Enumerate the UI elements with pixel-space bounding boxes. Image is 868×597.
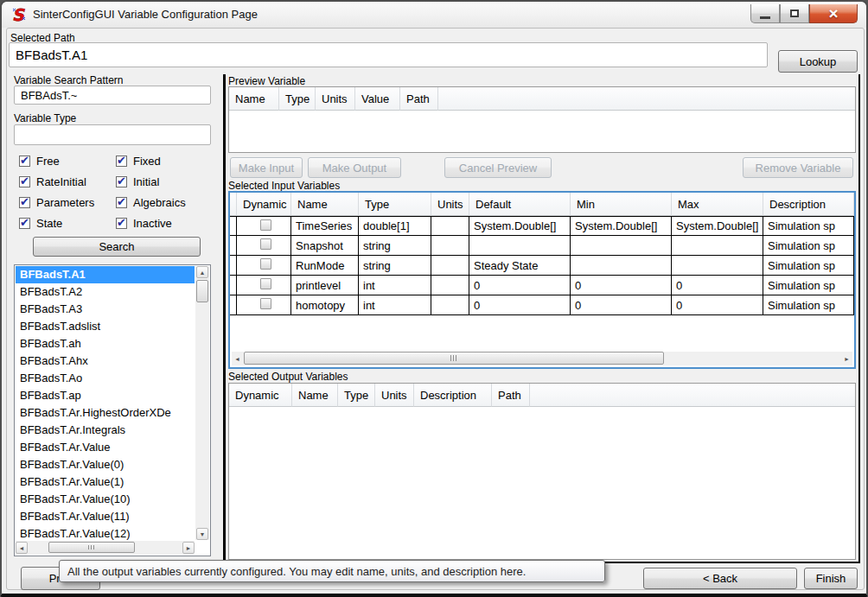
- lookup-button[interactable]: Lookup: [778, 50, 858, 73]
- dynamic-checkbox[interactable]: [260, 278, 271, 289]
- list-item[interactable]: BFBadsT.adslist: [16, 318, 195, 335]
- filter-rateinitial[interactable]: ✔RateInitial: [19, 171, 116, 192]
- search-button[interactable]: Search: [33, 237, 201, 257]
- list-horizontal-scrollbar[interactable]: ◄ ►: [16, 541, 195, 555]
- dynamic-checkbox[interactable]: [260, 238, 271, 250]
- horizontal-scroll-thumb[interactable]: [244, 352, 664, 365]
- description-cell[interactable]: Simulation sp: [763, 256, 854, 276]
- description-cell[interactable]: Simulation sp: [763, 295, 854, 315]
- checkbox-inactive[interactable]: ✔: [116, 218, 127, 229]
- column-header-name[interactable]: Name: [291, 193, 359, 216]
- list-item[interactable]: BFBadsT.Ar.Value: [16, 439, 195, 456]
- list-item[interactable]: BFBadsT.Ahx: [16, 352, 195, 370]
- scroll-down-icon[interactable]: ▼: [196, 528, 208, 540]
- dynamic-checkbox[interactable]: [260, 219, 271, 231]
- units-cell[interactable]: [431, 236, 469, 256]
- row-header[interactable]: [230, 276, 237, 295]
- column-header-path[interactable]: Path: [400, 87, 438, 111]
- min-cell[interactable]: [571, 256, 672, 276]
- column-header-type[interactable]: Type: [338, 384, 375, 407]
- list-item[interactable]: BFBadsT.Ar.Value(1): [16, 473, 195, 491]
- filter-free[interactable]: ✔Free: [19, 150, 116, 171]
- dynamic-checkbox[interactable]: [260, 258, 271, 270]
- list-item[interactable]: BFBadsT.Ar.Integrals: [16, 422, 195, 439]
- max-cell[interactable]: [672, 256, 763, 276]
- minimize-button[interactable]: [750, 4, 780, 23]
- description-cell[interactable]: Simulation sp: [763, 276, 854, 295]
- checkbox-state[interactable]: ✔: [19, 218, 30, 229]
- column-header-name[interactable]: Name: [292, 384, 338, 407]
- make-input-button[interactable]: Make Input: [230, 157, 303, 178]
- default-cell[interactable]: System.Double[]: [469, 216, 571, 236]
- column-header-units[interactable]: Units: [431, 193, 469, 216]
- horizontal-scroll-thumb[interactable]: [48, 542, 135, 553]
- name-cell[interactable]: TimeSeries: [291, 216, 359, 236]
- column-header-default[interactable]: Default: [469, 193, 571, 216]
- column-header-name[interactable]: Name: [229, 87, 279, 111]
- column-header-max[interactable]: Max: [672, 193, 763, 216]
- filter-state[interactable]: ✔State: [19, 213, 116, 233]
- name-cell[interactable]: homotopy: [291, 295, 359, 315]
- column-header-units[interactable]: Units: [316, 87, 355, 111]
- row-header[interactable]: [230, 216, 237, 236]
- checkbox-initial[interactable]: ✔: [116, 176, 127, 187]
- max-cell[interactable]: 0: [672, 276, 763, 295]
- scroll-left-icon[interactable]: ◄: [232, 352, 243, 365]
- min-cell[interactable]: 0: [571, 295, 672, 315]
- checkbox-fixed[interactable]: ✔: [116, 156, 127, 167]
- filter-inactive[interactable]: ✔Inactive: [116, 213, 213, 233]
- max-cell[interactable]: System.Double[]: [672, 216, 763, 236]
- max-cell[interactable]: [672, 236, 763, 256]
- type-cell[interactable]: double[1]: [359, 216, 431, 236]
- column-header-description[interactable]: Description: [414, 384, 492, 407]
- list-item[interactable]: BFBadsT.ah: [16, 335, 195, 352]
- max-cell[interactable]: 0: [672, 295, 763, 315]
- units-cell[interactable]: [431, 295, 469, 315]
- column-header-dynamic[interactable]: Dynamic: [229, 384, 292, 407]
- default-cell[interactable]: 0: [469, 295, 571, 315]
- column-header-type[interactable]: Type: [279, 87, 316, 111]
- column-header-description[interactable]: Description: [763, 193, 854, 216]
- row-header[interactable]: [230, 256, 237, 276]
- min-cell[interactable]: [571, 236, 672, 256]
- scroll-right-icon[interactable]: ►: [841, 352, 852, 365]
- selected-path-input[interactable]: [9, 42, 768, 67]
- vertical-scroll-thumb[interactable]: [196, 280, 208, 302]
- name-cell[interactable]: RunMode: [291, 256, 359, 276]
- column-header-min[interactable]: Min: [571, 193, 672, 216]
- scroll-right-icon[interactable]: ►: [182, 542, 195, 554]
- variable-type-input[interactable]: [14, 124, 211, 145]
- description-cell[interactable]: Simulation sp: [763, 216, 854, 236]
- units-cell[interactable]: [431, 256, 469, 276]
- column-header-type[interactable]: Type: [359, 193, 431, 216]
- finish-button[interactable]: Finish: [804, 568, 858, 589]
- default-cell[interactable]: [469, 236, 571, 256]
- type-cell[interactable]: string: [359, 236, 431, 256]
- list-item[interactable]: BFBadsT.Ao: [16, 370, 195, 387]
- filter-initial[interactable]: ✔Initial: [116, 171, 213, 192]
- remove-variable-button[interactable]: Remove Variable: [743, 157, 853, 178]
- default-cell[interactable]: Steady State: [469, 256, 571, 276]
- type-cell[interactable]: int: [359, 276, 431, 295]
- column-header-value[interactable]: Value: [355, 87, 400, 111]
- filter-fixed[interactable]: ✔Fixed: [116, 150, 213, 171]
- type-cell[interactable]: int: [359, 295, 431, 315]
- default-cell[interactable]: 0: [469, 276, 571, 295]
- dynamic-checkbox[interactable]: [260, 298, 271, 309]
- input-grid-horizontal-scrollbar[interactable]: ◄ ►: [232, 352, 852, 365]
- checkbox-parameters[interactable]: ✔: [19, 197, 30, 208]
- list-item[interactable]: BFBadsT.Ar.Value(11): [16, 508, 195, 525]
- list-item[interactable]: BFBadsT.Ar.Value(0): [16, 456, 195, 473]
- list-item[interactable]: BFBadsT.Ar.HighestOrderXDe: [16, 404, 195, 422]
- units-cell[interactable]: [431, 276, 469, 295]
- column-header-path[interactable]: Path: [492, 384, 530, 407]
- make-output-button[interactable]: Make Output: [308, 157, 401, 178]
- row-header[interactable]: [230, 236, 237, 256]
- list-item[interactable]: BFBadsT.ap: [16, 387, 195, 404]
- row-header[interactable]: [230, 295, 237, 315]
- name-cell[interactable]: Snapshot: [291, 236, 359, 256]
- search-pattern-input[interactable]: [14, 86, 211, 105]
- list-item[interactable]: BFBadsT.Ar.Value(12): [16, 525, 195, 540]
- maximize-button[interactable]: [780, 4, 809, 23]
- list-vertical-scrollbar[interactable]: ▲ ▼: [195, 266, 209, 540]
